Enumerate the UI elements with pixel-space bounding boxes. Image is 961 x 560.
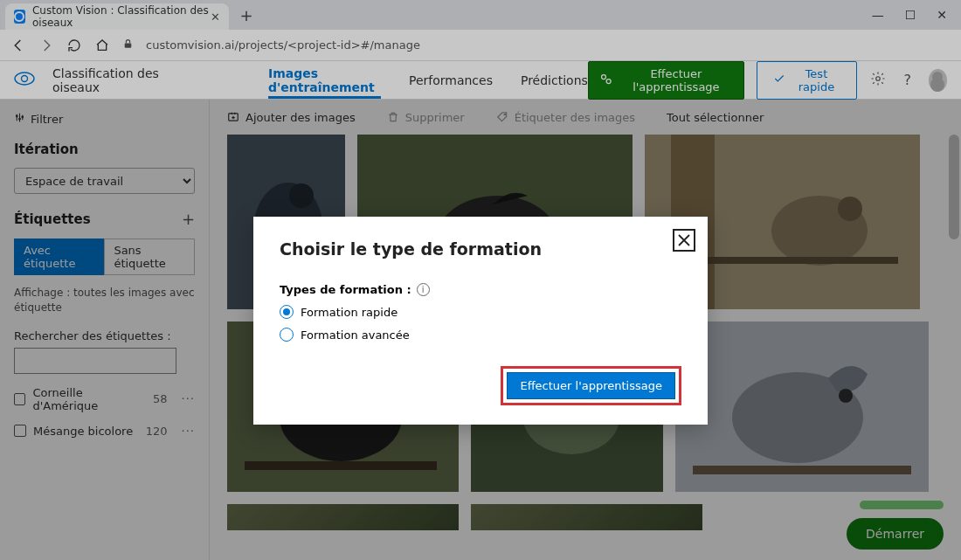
maximize-icon[interactable]: ☐ — [905, 8, 916, 22]
help-icon[interactable]: ? — [899, 72, 916, 88]
minimize-icon[interactable]: — — [872, 8, 884, 22]
svg-point-3 — [601, 74, 605, 79]
app-tabs: Images d'entraînement Performances Prédi… — [268, 61, 588, 99]
svg-point-1 — [15, 73, 34, 85]
training-type-modal: Choisir le type de formation Types de fo… — [253, 217, 708, 425]
gears-icon — [599, 73, 612, 88]
custom-vision-logo-icon — [14, 72, 35, 89]
radio-quick-training[interactable]: Formation rapide — [280, 305, 681, 319]
check-icon — [773, 73, 785, 87]
tab-title: Custom Vision : Classification des oisea… — [32, 4, 211, 29]
favicon-icon — [14, 10, 25, 24]
quick-test-label: Test rapide — [792, 67, 840, 93]
close-tab-icon[interactable]: ✕ — [211, 10, 220, 24]
home-icon[interactable] — [94, 38, 110, 53]
close-window-icon[interactable]: ✕ — [937, 8, 947, 22]
url-text[interactable]: customvision.ai/projects/<project-id>#/m… — [146, 38, 420, 52]
radio-icon — [280, 328, 294, 342]
info-icon[interactable]: i — [417, 283, 430, 296]
address-bar: customvision.ai/projects/<project-id>#/m… — [0, 30, 961, 61]
highlight-annotation: Effectuer l'apprentissage — [501, 366, 681, 405]
tab-predictions[interactable]: Prédictions — [521, 61, 588, 99]
svg-point-5 — [876, 76, 881, 80]
quick-test-button[interactable]: Test rapide — [757, 61, 857, 100]
train-button[interactable]: Effectuer l'apprentissage — [588, 61, 744, 100]
browser-tab-strip: Custom Vision : Classification des oisea… — [0, 0, 961, 30]
radio-icon — [280, 305, 294, 319]
tab-performance[interactable]: Performances — [409, 61, 493, 99]
submit-training-button[interactable]: Effectuer l'apprentissage — [507, 372, 675, 399]
lock-icon — [122, 38, 134, 52]
avatar[interactable] — [929, 69, 947, 92]
close-modal-button[interactable] — [673, 229, 695, 252]
settings-icon[interactable] — [869, 71, 887, 90]
radio-label: Formation avancée — [301, 328, 410, 342]
forward-icon[interactable] — [38, 38, 54, 53]
radio-advanced-training[interactable]: Formation avancée — [280, 328, 681, 342]
training-types-label: Types de formation : i — [280, 283, 681, 296]
browser-tab[interactable]: Custom Vision : Classification des oisea… — [5, 3, 229, 30]
window-controls: — ☐ ✕ — [872, 8, 956, 22]
svg-point-2 — [22, 75, 28, 81]
reload-icon[interactable] — [66, 38, 82, 53]
train-button-label: Effectuer l'apprentissage — [619, 67, 733, 93]
tab-training-images[interactable]: Images d'entraînement — [268, 61, 381, 99]
svg-rect-0 — [125, 43, 132, 47]
modal-title: Choisir le type de formation — [280, 239, 681, 259]
radio-label: Formation rapide — [301, 306, 398, 319]
back-icon[interactable] — [10, 38, 26, 53]
app-header: Classification des oiseaux Images d'entr… — [0, 61, 961, 100]
project-title: Classification des oiseaux — [52, 66, 190, 94]
svg-point-4 — [606, 79, 611, 83]
new-tab-button[interactable]: + — [234, 3, 259, 27]
